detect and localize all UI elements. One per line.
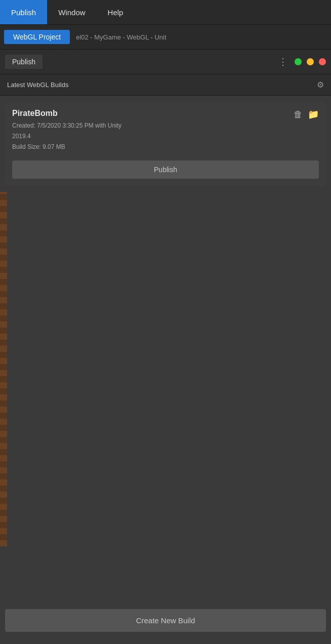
game-preview-strip	[0, 192, 7, 546]
traffic-light-red[interactable]	[319, 58, 326, 65]
build-card-actions: 🗑 📁	[294, 109, 319, 120]
build-unity-version: 2019.4	[12, 132, 121, 141]
panel-controls: ⋮	[276, 54, 326, 69]
traffic-light-yellow[interactable]	[307, 58, 314, 65]
window-subtitle: el02 - MyGame - WebGL - Unit	[76, 33, 166, 41]
publish-button[interactable]: Publish	[12, 160, 319, 179]
settings-icon[interactable]: ⚙	[317, 80, 324, 90]
active-project-label: WebGL Project	[4, 30, 70, 44]
menu-item-help[interactable]: Help	[97, 0, 135, 24]
sub-header-title: Latest WebGL Builds	[7, 81, 317, 89]
menu-item-publish[interactable]: Publish	[0, 0, 47, 24]
traffic-light-green[interactable]	[295, 58, 302, 65]
title-bar: WebGL Project el02 - MyGame - WebGL - Un…	[0, 25, 331, 50]
build-info: PirateBomb Created: 7/5/2020 3:30:25 PM …	[12, 109, 121, 153]
menu-item-window[interactable]: Window	[47, 0, 96, 24]
build-card: PirateBomb Created: 7/5/2020 3:30:25 PM …	[5, 102, 326, 186]
main-content-area	[0, 192, 331, 546]
create-new-build-button[interactable]: Create New Build	[5, 609, 326, 632]
build-name: PirateBomb	[12, 109, 121, 118]
panel-tab-publish[interactable]: Publish	[5, 55, 43, 69]
build-size: Build Size: 9.07 MB	[12, 142, 121, 152]
bottom-bar: Create New Build	[5, 609, 326, 632]
sub-header: Latest WebGL Builds ⚙	[0, 74, 331, 96]
build-card-header: PirateBomb Created: 7/5/2020 3:30:25 PM …	[12, 109, 319, 153]
panel-menu-icon[interactable]: ⋮	[276, 54, 289, 69]
panel-header: Publish ⋮	[0, 50, 331, 74]
delete-icon[interactable]: 🗑	[294, 109, 303, 120]
folder-icon[interactable]: 📁	[308, 109, 319, 120]
menu-bar: Publish Window Help	[0, 0, 331, 25]
build-created: Created: 7/5/2020 3:30:25 PM with Unity	[12, 121, 121, 131]
